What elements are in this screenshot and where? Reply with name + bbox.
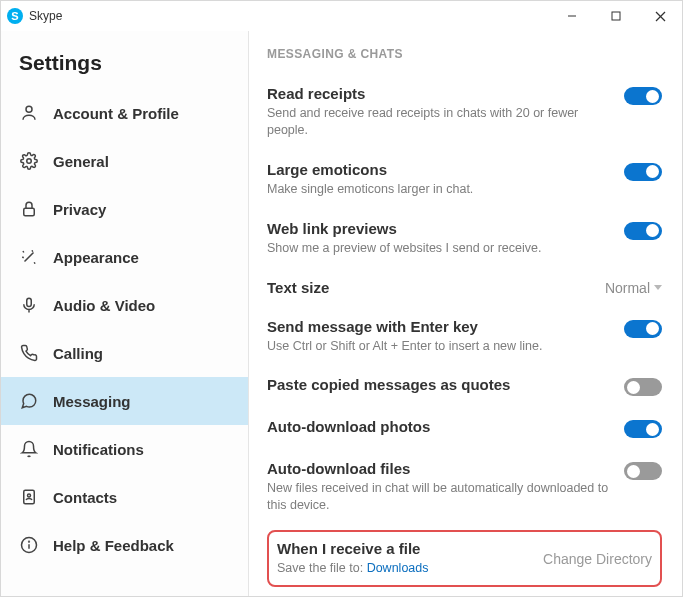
setting-autodl-photos: Auto-download photos	[267, 408, 662, 450]
svg-point-5	[27, 159, 32, 164]
wand-icon	[19, 248, 39, 266]
sidebar-item-general[interactable]: General	[1, 137, 248, 185]
app-title: Skype	[29, 9, 62, 23]
svg-rect-7	[27, 298, 32, 306]
sidebar-item-label: Calling	[53, 345, 103, 362]
svg-rect-6	[24, 208, 35, 216]
highlight-receive-file: When I receive a file Save the file to: …	[267, 530, 662, 587]
setting-desc: Make single emoticons larger in chat.	[267, 181, 614, 198]
setting-title: Auto-download files	[267, 460, 614, 477]
sidebar-item-label: Audio & Video	[53, 297, 155, 314]
setting-autodl-files: Auto-download files New files received i…	[267, 450, 662, 526]
save-file-prefix: Save the file to:	[277, 561, 367, 575]
sidebar-item-label: Notifications	[53, 441, 144, 458]
titlebar: S Skype	[1, 1, 682, 31]
window-controls	[550, 1, 682, 31]
sidebar-item-help[interactable]: Help & Feedback	[1, 521, 248, 569]
lock-icon	[19, 200, 39, 218]
setting-desc: Show me a preview of websites I send or …	[267, 240, 614, 257]
web-previews-toggle[interactable]	[624, 222, 662, 240]
sidebar-item-label: Help & Feedback	[53, 537, 174, 554]
person-icon	[19, 104, 39, 122]
setting-desc: Use Ctrl or Shift or Alt + Enter to inse…	[267, 338, 614, 355]
setting-paste-quotes: Paste copied messages as quotes	[267, 366, 662, 408]
sidebar-item-label: Contacts	[53, 489, 117, 506]
app-window: S Skype Settings Account & Profile	[0, 0, 683, 597]
setting-title: Send message with Enter key	[267, 318, 614, 335]
chat-icon	[19, 392, 39, 410]
sidebar-item-label: Appearance	[53, 249, 139, 266]
gear-icon	[19, 152, 39, 170]
svg-point-12	[29, 541, 30, 542]
sidebar-item-account[interactable]: Account & Profile	[1, 89, 248, 137]
sidebar-item-label: Account & Profile	[53, 105, 179, 122]
setting-text-size[interactable]: Text size Normal	[267, 269, 662, 308]
sidebar-item-contacts[interactable]: Contacts	[1, 473, 248, 521]
bell-icon	[19, 440, 39, 458]
sidebar-item-audio-video[interactable]: Audio & Video	[1, 281, 248, 329]
read-receipts-toggle[interactable]	[624, 87, 662, 105]
setting-title: When I receive a file	[277, 540, 535, 557]
book-icon	[19, 488, 39, 506]
autodl-files-toggle[interactable]	[624, 462, 662, 480]
sidebar-item-calling[interactable]: Calling	[1, 329, 248, 377]
setting-title: Auto-download photos	[267, 418, 614, 435]
downloads-link[interactable]: Downloads	[367, 561, 429, 575]
setting-enter-send: Send message with Enter key Use Ctrl or …	[267, 308, 662, 367]
sidebar-item-appearance[interactable]: Appearance	[1, 233, 248, 281]
setting-large-emoticons: Large emoticons Make single emoticons la…	[267, 151, 662, 210]
info-icon	[19, 536, 39, 554]
skype-logo-icon: S	[7, 8, 23, 24]
setting-desc: Save the file to: Downloads	[277, 560, 535, 577]
change-directory-button[interactable]: Change Directory	[543, 551, 652, 567]
sidebar-item-label: Messaging	[53, 393, 131, 410]
setting-title: Web link previews	[267, 220, 614, 237]
setting-title: Text size	[267, 279, 595, 296]
setting-title: Paste copied messages as quotes	[267, 376, 614, 393]
mic-icon	[19, 296, 39, 314]
sidebar-item-notifications[interactable]: Notifications	[1, 425, 248, 473]
large-emoticons-toggle[interactable]	[624, 163, 662, 181]
maximize-button[interactable]	[594, 1, 638, 31]
setting-web-previews: Web link previews Show me a preview of w…	[267, 210, 662, 269]
settings-heading: Settings	[1, 31, 248, 89]
text-size-value-label: Normal	[605, 280, 650, 296]
minimize-button[interactable]	[550, 1, 594, 31]
paste-quotes-toggle[interactable]	[624, 378, 662, 396]
svg-point-4	[26, 106, 32, 112]
autodl-photos-toggle[interactable]	[624, 420, 662, 438]
text-size-value[interactable]: Normal	[605, 280, 662, 296]
chevron-down-icon	[654, 285, 662, 290]
sidebar-item-label: General	[53, 153, 109, 170]
setting-desc: New files received in chat will be autom…	[267, 480, 614, 514]
sidebar-item-label: Privacy	[53, 201, 106, 218]
body: Settings Account & Profile General Priva…	[1, 31, 682, 596]
section-header: MESSAGING & CHATS	[267, 47, 662, 61]
setting-title: Read receipts	[267, 85, 614, 102]
sidebar-item-privacy[interactable]: Privacy	[1, 185, 248, 233]
enter-send-toggle[interactable]	[624, 320, 662, 338]
sidebar-item-messaging[interactable]: Messaging	[1, 377, 248, 425]
svg-rect-1	[612, 12, 620, 20]
setting-title: Large emoticons	[267, 161, 614, 178]
svg-point-9	[28, 494, 31, 497]
setting-read-receipts: Read receipts Send and receive read rece…	[267, 75, 662, 151]
main-panel: MESSAGING & CHATS Read receipts Send and…	[249, 31, 682, 596]
sidebar: Settings Account & Profile General Priva…	[1, 31, 249, 596]
close-button[interactable]	[638, 1, 682, 31]
phone-icon	[19, 344, 39, 362]
setting-desc: Send and receive read receipts in chats …	[267, 105, 614, 139]
